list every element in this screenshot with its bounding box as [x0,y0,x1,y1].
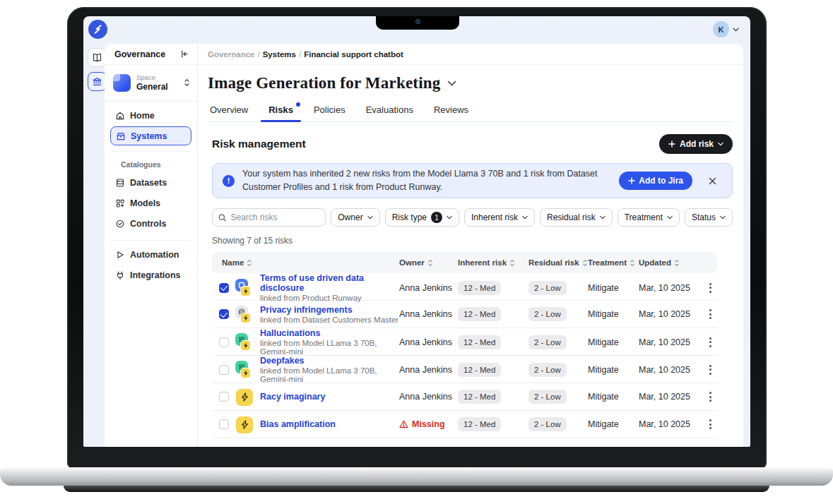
search-input[interactable] [230,212,319,222]
sidebar-item-systems[interactable]: Systems [110,126,191,145]
logo-s-icon [93,24,103,35]
avatar[interactable]: K [713,21,729,37]
add-risk-label: Add risk [680,139,714,149]
column-name[interactable]: Name [212,258,399,267]
app-logo[interactable] [88,20,107,39]
search-risks-box[interactable] [212,208,326,227]
play-icon [115,250,125,260]
chevron-down-icon [447,80,456,86]
row-icons [235,414,254,435]
row-icons [235,304,254,325]
row-checkbox[interactable] [219,419,229,429]
rail-button-governance[interactable] [88,72,107,91]
rail-button-library[interactable] [88,48,107,67]
app-window: Governance Space General [105,44,743,447]
updated-cell: Mar, 10 2025 [639,365,703,375]
tab-reviews[interactable]: Reviews [433,100,469,121]
column-residual-risk[interactable]: Residual risk [528,258,588,267]
risk-name-link[interactable]: Hallucinations [260,328,399,338]
inherent-risk-badge: 12 - Med [458,363,501,377]
breadcrumb-governance[interactable]: Governance [208,50,254,59]
sidebar-item-datasets[interactable]: Datasets [110,173,191,192]
filter-risk-type[interactable]: Risk type 1 [385,208,459,227]
row-checkbox[interactable] [219,392,229,402]
sort-icon[interactable] [582,259,588,267]
row-menu-icon[interactable] [703,392,717,402]
add-to-jira-button[interactable]: Add to Jira [619,172,692,190]
row-menu-icon[interactable] [703,365,717,375]
space-selector[interactable]: Space General [105,65,197,100]
inherent-risk-badge: 12 - Med [458,281,501,295]
row-menu-icon[interactable] [703,337,717,347]
sort-icon[interactable] [427,259,433,267]
table-row: Racy imaginary Anna Jenkins 12 - Med 2 -… [212,383,717,411]
add-risk-button[interactable]: Add risk [659,134,733,154]
page-title: Image Generation for Marketing [208,74,440,92]
risk-name-link[interactable]: Deepfakes [260,356,399,366]
page-title-dropdown[interactable]: Image Generation for Marketing [208,74,733,92]
risk-name-link[interactable]: Privacy infringements [260,305,398,315]
risk-icon [240,286,251,296]
user-menu[interactable]: K [713,21,739,37]
filter-residual-risk[interactable]: Residual risk [540,208,613,227]
sidebar-item-label: Datasets [130,178,167,188]
owner-cell: Anna Jenkins [399,283,458,293]
tab-policies[interactable]: Policies [313,100,346,121]
chevron-down-icon [600,215,605,220]
sidebar-item-label: Home [130,111,155,121]
row-checkbox[interactable] [219,283,229,293]
sidebar-item-home[interactable]: Home [110,106,191,125]
row-checkbox[interactable] [219,365,229,375]
row-checkbox[interactable] [219,309,229,319]
filter-inherent-risk[interactable]: Inherent risk [464,208,535,227]
sidebar-item-label: Controls [130,219,166,229]
row-checkbox[interactable] [219,337,229,347]
risk-name-link[interactable]: Racy imaginary [260,392,325,402]
row-icons [235,359,254,380]
sidebar-item-automation[interactable]: Automation [110,245,191,264]
column-inherent-risk[interactable]: Inherent risk [458,258,528,267]
column-updated[interactable]: Updated [639,258,703,267]
column-treatment[interactable]: Treatment [588,258,639,267]
sidebar-item-label: Automation [130,250,179,260]
chevron-down-icon [718,142,723,146]
residual-risk-badge: 2 - Low [528,363,567,377]
breadcrumb-separator: / [257,50,259,59]
plus-icon [628,177,635,184]
filter-label: Owner [338,212,362,222]
treatment-cell: Mitigate [588,337,639,347]
inherent-risk-badge: 12 - Med [458,307,501,321]
tab-overview[interactable]: Overview [209,100,249,121]
sort-icon[interactable] [630,259,635,267]
risks-table: Name Owner Inherent risk Residual risk T… [212,252,717,438]
risk-name-link[interactable]: Bias amplification [260,419,336,429]
home-icon [115,111,125,121]
sort-icon[interactable] [247,259,252,267]
sidebar-item-integrations[interactable]: Integrations [110,265,191,284]
chevron-down-icon [733,28,739,32]
tab-risks[interactable]: Risks [268,100,294,121]
tab-evaluations[interactable]: Evaluations [365,100,414,121]
breadcrumb-systems[interactable]: Systems [263,50,296,59]
risk-icon [240,368,251,378]
sort-icon[interactable] [509,259,515,267]
close-icon[interactable] [709,177,716,185]
risk-linked-from: linked from Product Runway [260,294,399,302]
sort-icon[interactable] [674,259,680,267]
inherent-risk-badge: 12 - Med [458,390,501,404]
filter-status[interactable]: Status [685,208,733,227]
row-menu-icon[interactable] [703,283,717,293]
collapse-sidebar-icon[interactable] [180,49,189,59]
filter-owner[interactable]: Owner [331,208,379,227]
column-owner[interactable]: Owner [399,258,458,267]
filter-treatment[interactable]: Treatment [618,208,680,227]
space-label: Space [136,73,178,81]
risk-name-link[interactable]: Terms of use driven data disclosure [260,273,399,293]
section-title: Risk management [212,138,306,150]
chevron-down-icon [720,215,726,220]
sidebar-item-controls[interactable]: Controls [110,214,191,233]
banner-text: Your system has inherited 2 new risks fr… [242,167,603,195]
sidebar-item-models[interactable]: Models [110,193,191,212]
row-menu-icon[interactable] [703,419,717,429]
row-menu-icon[interactable] [703,309,717,319]
